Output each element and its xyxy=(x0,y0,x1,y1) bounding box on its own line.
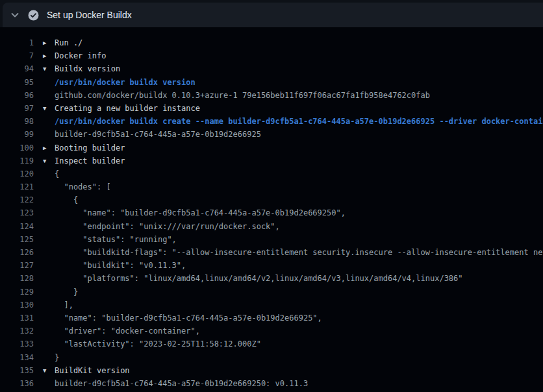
group-expand-icon[interactable]: ▶ xyxy=(43,49,55,62)
line-number[interactable]: 95 xyxy=(0,76,34,89)
log-line: 126 "buildkitd-flags": "--allow-insecure… xyxy=(0,246,543,259)
line-number[interactable]: 120 xyxy=(0,167,34,180)
log-line: 130 ], xyxy=(0,299,543,312)
line-number[interactable]: 134 xyxy=(0,351,34,364)
line-number[interactable]: 121 xyxy=(0,180,34,193)
output-text: "endpoint": "unix:///var/run/docker.sock… xyxy=(55,222,280,231)
line-number[interactable]: 98 xyxy=(0,115,34,128)
log-line: 120{ xyxy=(0,167,543,180)
output-text: } xyxy=(55,288,78,297)
line-number[interactable]: 130 xyxy=(0,299,34,312)
line-number[interactable]: 94 xyxy=(0,62,34,75)
log-line: 136builder-d9cfb5a1-c764-445a-a57e-0b19d… xyxy=(0,377,543,390)
output-text: "platforms": "linux/amd64,linux/amd64/v2… xyxy=(55,274,463,283)
log-line: 128 "platforms": "linux/amd64,linux/amd6… xyxy=(0,272,543,285)
line-number[interactable]: 132 xyxy=(0,325,34,337)
output-text: "driver": "docker-container", xyxy=(55,326,200,336)
group-collapse-icon[interactable]: ▼ xyxy=(43,364,55,377)
log-line: 124 "endpoint": "unix:///var/run/docker.… xyxy=(0,220,543,233)
group-title[interactable]: Booting builder xyxy=(55,143,125,153)
output-text: "nodes": [ xyxy=(55,182,111,191)
output-text: ], xyxy=(55,300,73,310)
line-number[interactable]: 129 xyxy=(0,286,34,299)
group-collapse-icon[interactable]: ▼ xyxy=(43,62,55,75)
log-line: 123 "name": "builder-d9cfb5a1-c764-445a-… xyxy=(0,206,543,219)
line-number[interactable]: 135 xyxy=(0,364,34,377)
log-line: 119▼Inspect builder xyxy=(0,154,543,167)
step-title: Set up Docker Buildx xyxy=(47,10,132,20)
output-text: "status": "running", xyxy=(55,235,177,244)
output-text: { xyxy=(55,169,59,178)
group-expand-icon[interactable]: ▶ xyxy=(43,36,55,49)
log-line: 95/usr/bin/docker buildx version xyxy=(0,76,543,89)
group-collapse-icon[interactable]: ▼ xyxy=(43,102,55,115)
group-title[interactable]: Buildx version xyxy=(55,64,120,73)
line-number[interactable]: 128 xyxy=(0,272,34,285)
log-line: 127 "buildkit": "v0.11.3", xyxy=(0,259,543,272)
line-number[interactable]: 125 xyxy=(0,233,34,246)
group-title[interactable]: Inspect builder xyxy=(55,156,125,165)
line-number[interactable]: 131 xyxy=(0,312,34,325)
log-line: 94▼Buildx version xyxy=(0,62,543,75)
log-line: 96github.com/docker/buildx 0.10.3+azure-… xyxy=(0,89,543,102)
line-number[interactable]: 136 xyxy=(0,377,34,390)
log-line: 97▼Creating a new builder instance xyxy=(0,102,543,115)
output-text: github.com/docker/buildx 0.10.3+azure-1 … xyxy=(55,91,430,100)
log-line: 135▼BuildKit version xyxy=(0,364,543,377)
line-number[interactable]: 127 xyxy=(0,259,34,272)
output-text: "name": "builder-d9cfb5a1-c764-445a-a57e… xyxy=(55,208,346,217)
line-number[interactable]: 97 xyxy=(0,102,34,115)
line-number[interactable]: 122 xyxy=(0,193,34,206)
workflow-log-viewer: Set up Docker Buildx 1▶Run ./7▶Docker in… xyxy=(0,0,543,390)
output-text: "buildkit": "v0.11.3", xyxy=(55,261,186,270)
line-number[interactable]: 96 xyxy=(0,89,34,102)
log-output: 1▶Run ./7▶Docker info94▼Buildx version95… xyxy=(0,27,543,390)
log-line: 7▶Docker info xyxy=(0,49,543,62)
group-title[interactable]: Docker info xyxy=(55,51,106,60)
group-expand-icon[interactable]: ▶ xyxy=(43,141,55,154)
log-line: 122 { xyxy=(0,193,543,206)
output-text: "name": "builder-d9cfb5a1-c764-445a-a57e… xyxy=(55,313,322,323)
line-number[interactable]: 119 xyxy=(0,154,34,167)
log-line: 131 "name": "builder-d9cfb5a1-c764-445a-… xyxy=(0,312,543,325)
line-number[interactable]: 124 xyxy=(0,220,34,233)
log-line: 100▶Booting builder xyxy=(0,141,543,154)
log-line: 132 "driver": "docker-container", xyxy=(0,325,543,337)
line-number[interactable]: 99 xyxy=(0,128,34,141)
step-header[interactable]: Set up Docker Buildx xyxy=(3,3,543,27)
line-number[interactable]: 133 xyxy=(0,337,34,350)
output-text: builder-d9cfb5a1-c764-445a-a57e-0b19d2e6… xyxy=(55,130,261,139)
log-line: 134} xyxy=(0,351,543,364)
group-title[interactable]: Creating a new builder instance xyxy=(55,104,200,113)
log-line: 133 "lastActivity": "2023-02-25T11:58:12… xyxy=(0,337,543,350)
line-number[interactable]: 1 xyxy=(0,36,34,49)
command-text: /usr/bin/docker buildx create --name bui… xyxy=(55,117,543,126)
group-collapse-icon[interactable]: ▼ xyxy=(43,154,55,167)
line-number[interactable]: 126 xyxy=(0,246,34,259)
output-text: "buildkitd-flags": "--allow-insecure-ent… xyxy=(55,248,543,257)
group-title[interactable]: Run ./ xyxy=(55,38,82,47)
line-number[interactable]: 100 xyxy=(0,141,34,154)
output-text: { xyxy=(55,195,78,204)
line-number[interactable]: 123 xyxy=(0,206,34,219)
chevron-down-icon[interactable] xyxy=(9,9,21,21)
output-text: builder-d9cfb5a1-c764-445a-a57e-0b19d2e6… xyxy=(55,379,308,388)
line-number[interactable]: 7 xyxy=(0,49,34,62)
output-text: "lastActivity": "2023-02-25T11:58:12.000… xyxy=(55,339,261,349)
output-text: } xyxy=(55,353,59,362)
log-line: 125 "status": "running", xyxy=(0,233,543,246)
check-circle-icon xyxy=(27,9,39,21)
log-line: 1▶Run ./ xyxy=(0,36,543,49)
log-line: 121 "nodes": [ xyxy=(0,180,543,193)
command-text: /usr/bin/docker buildx version xyxy=(55,78,196,87)
log-line: 98/usr/bin/docker buildx create --name b… xyxy=(0,115,543,128)
log-line: 129 } xyxy=(0,286,543,299)
header-strip: Set up Docker Buildx xyxy=(0,0,543,27)
group-title[interactable]: BuildKit version xyxy=(55,366,130,375)
log-line: 99builder-d9cfb5a1-c764-445a-a57e-0b19d2… xyxy=(0,128,543,141)
